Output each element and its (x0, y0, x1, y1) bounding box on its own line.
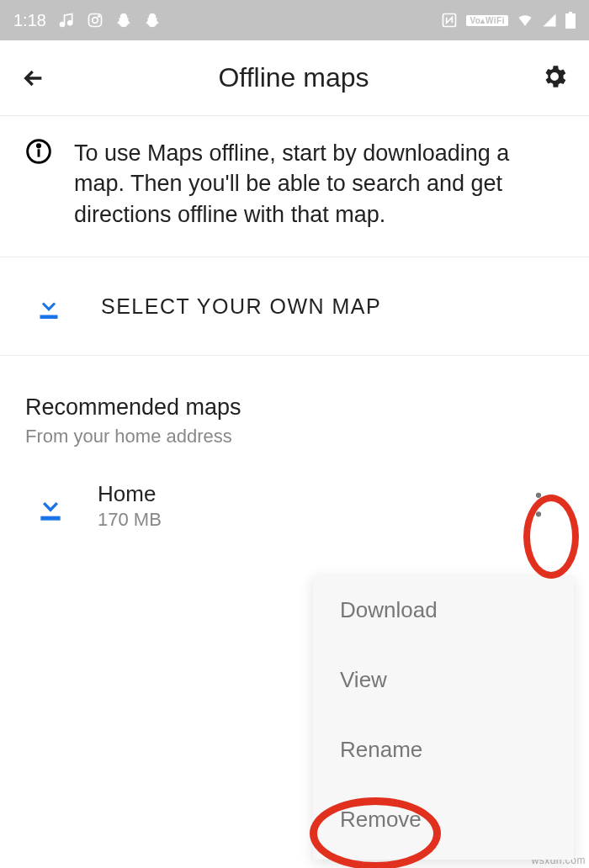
svg-rect-6 (565, 13, 576, 29)
menu-item-rename[interactable]: Rename (313, 715, 574, 785)
back-button[interactable] (20, 61, 47, 95)
recommended-section: Recommended maps From your home address (0, 356, 589, 456)
svg-point-14 (536, 502, 541, 507)
recommended-map-row[interactable]: Home 170 MB (0, 456, 589, 548)
menu-item-remove[interactable]: Remove (313, 785, 574, 855)
svg-point-0 (60, 23, 64, 27)
select-own-map-label: SELECT YOUR OWN MAP (101, 294, 381, 319)
map-name: Home (98, 481, 491, 507)
menu-item-view[interactable]: View (313, 645, 574, 715)
status-time: 1:18 (13, 11, 46, 30)
svg-rect-11 (40, 315, 58, 320)
svg-point-15 (536, 511, 541, 516)
status-bar: 1:18 Vo▴WiFi (0, 0, 589, 40)
svg-rect-7 (569, 12, 572, 13)
instagram-icon (87, 12, 103, 29)
download-icon (34, 291, 64, 321)
wifi-icon (517, 13, 533, 28)
download-icon (34, 490, 67, 523)
svg-point-3 (93, 18, 98, 24)
vowifi-badge: Vo▴WiFi (466, 15, 508, 26)
info-banner: To use Maps offline, start by downloadin… (0, 116, 589, 257)
snapchat-icon (115, 12, 132, 29)
svg-point-10 (37, 145, 40, 147)
snapchat-icon-2 (144, 12, 161, 29)
gear-icon (540, 62, 569, 93)
signal-icon (542, 13, 557, 28)
more-vert-icon (535, 492, 542, 520)
info-icon (25, 138, 52, 230)
svg-point-1 (68, 21, 72, 25)
page-title: Offline maps (218, 62, 369, 93)
svg-point-13 (536, 493, 541, 498)
map-size: 170 MB (98, 509, 491, 531)
map-info: Home 170 MB (98, 481, 491, 531)
status-left: 1:18 (13, 11, 161, 30)
more-options-button[interactable] (522, 490, 555, 523)
recommended-title: Recommended maps (25, 394, 564, 421)
menu-item-download[interactable]: Download (313, 575, 574, 645)
music-icon (58, 12, 75, 29)
svg-point-4 (98, 16, 100, 18)
app-bar: Offline maps (0, 40, 589, 116)
battery-icon (565, 12, 576, 29)
settings-button[interactable] (540, 61, 569, 95)
select-own-map-row[interactable]: SELECT YOUR OWN MAP (0, 257, 589, 356)
svg-rect-12 (40, 516, 60, 520)
info-text: To use Maps offline, start by downloadin… (74, 138, 564, 230)
status-right: Vo▴WiFi (441, 12, 576, 29)
recommended-subtitle: From your home address (25, 426, 564, 447)
nfc-icon (441, 12, 458, 29)
context-menu: Download View Rename Remove (313, 575, 574, 860)
